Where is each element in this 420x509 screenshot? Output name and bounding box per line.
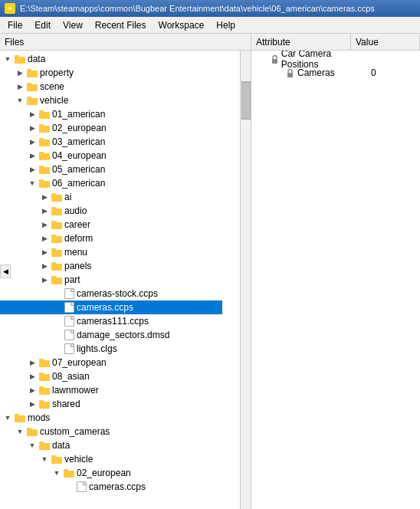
attr-row-car-camera-positions[interactable]: Car Camera Positions bbox=[251, 52, 420, 66]
tree-row-mods-vehicle[interactable]: vehicle bbox=[0, 452, 241, 466]
label-damage-sectors: damage_sectors.dmsd bbox=[77, 330, 169, 340]
scrollbar[interactable] bbox=[240, 51, 251, 509]
label-08asian: 08_asian bbox=[52, 371, 90, 382]
tree-row-career[interactable]: career bbox=[0, 218, 241, 232]
tree-row-06american[interactable]: 06_american bbox=[0, 176, 241, 190]
tree-row-08asian[interactable]: 08_asian bbox=[0, 369, 241, 383]
svg-rect-0 bbox=[272, 59, 277, 64]
tree-row-lawnmower[interactable]: lawnmower bbox=[0, 383, 241, 397]
tree-row-mods-02european[interactable]: 02_european bbox=[0, 466, 241, 480]
arrow-06american bbox=[26, 177, 38, 189]
arrow-scene bbox=[14, 80, 26, 93]
tree-row-vehicle[interactable]: vehicle bbox=[0, 94, 241, 107]
tree-row-05american[interactable]: 05_american bbox=[0, 163, 241, 176]
tree-row-deform[interactable]: deform bbox=[0, 232, 241, 245]
tree-row-cameras-stock[interactable]: cameras-stock.ccps bbox=[0, 287, 241, 300]
folder-icon-lawnmower bbox=[38, 384, 51, 396]
main-content: Files data bbox=[0, 34, 420, 509]
tree-row-cameras111[interactable]: cameras111.ccps bbox=[0, 314, 241, 328]
tree-row-part[interactable]: part bbox=[0, 273, 241, 287]
menu-workspace[interactable]: Workspace bbox=[153, 18, 211, 32]
arrow-mods-02european bbox=[51, 467, 63, 479]
tree-container[interactable]: data property bbox=[0, 51, 241, 509]
arrow-property bbox=[14, 67, 26, 79]
tree-row-03american[interactable]: 03_american bbox=[0, 135, 241, 149]
attribute-content: Car Camera Positions bbox=[251, 51, 420, 509]
folder-icon-mods bbox=[14, 412, 26, 424]
tree-row-07european[interactable]: 07_european bbox=[0, 356, 241, 369]
arrow-data bbox=[2, 53, 14, 65]
arrow-cameras-ccps bbox=[51, 301, 63, 314]
arrow-deform bbox=[38, 232, 51, 245]
arrow-cameras-stock bbox=[51, 287, 63, 300]
tree-row-property[interactable]: property bbox=[0, 66, 241, 80]
right-panel: Attribute Value Car C bbox=[251, 34, 420, 509]
tree-row-audio[interactable]: audio bbox=[0, 204, 241, 218]
menu-view[interactable]: View bbox=[57, 18, 89, 32]
tree-row-custom-cameras[interactable]: custom_cameras bbox=[0, 425, 241, 438]
tree-row-mods[interactable]: mods bbox=[0, 411, 241, 425]
app-window: ★ E:\Steam\steamapps\common\Bugbear Ente… bbox=[0, 0, 420, 509]
tree-row-data[interactable]: data bbox=[0, 52, 241, 66]
folder-icon-shared bbox=[38, 398, 51, 410]
arrow-menu bbox=[38, 246, 51, 258]
label-shared: shared bbox=[52, 399, 80, 409]
label-audio: audio bbox=[64, 205, 87, 216]
col-header-value: Value bbox=[351, 34, 420, 50]
label-01american: 01_american bbox=[52, 109, 105, 120]
label-mods-cameras: cameras.ccps bbox=[89, 481, 146, 492]
label-mods-vehicle: vehicle bbox=[64, 454, 93, 465]
tree-row-scene[interactable]: scene bbox=[0, 80, 241, 94]
lock-icon-car-camera bbox=[270, 54, 278, 64]
menu-recent-files[interactable]: Recent Files bbox=[89, 18, 153, 32]
label-06american: 06_american bbox=[52, 178, 105, 189]
arrow-ai bbox=[38, 191, 51, 203]
attr-row-cameras[interactable]: Cameras 0 bbox=[251, 66, 420, 80]
label-lights: lights.clgs bbox=[77, 343, 117, 354]
tree-row-panels[interactable]: panels bbox=[0, 259, 241, 273]
tree-row-ai[interactable]: ai bbox=[0, 190, 241, 204]
file-icon-cameras-ccps bbox=[63, 301, 75, 314]
tree-row-damage-sectors[interactable]: damage_sectors.dmsd bbox=[0, 328, 241, 342]
menu-edit[interactable]: Edit bbox=[28, 18, 57, 32]
label-07european: 07_european bbox=[52, 357, 107, 368]
label-data: data bbox=[28, 54, 45, 64]
folder-icon-career bbox=[51, 218, 63, 231]
label-menu: menu bbox=[64, 247, 87, 258]
panel-collapse-arrow[interactable]: ◀ bbox=[0, 264, 11, 278]
arrow-panels bbox=[38, 260, 51, 272]
folder-icon-03american bbox=[38, 136, 51, 148]
tree-row-lights[interactable]: lights.clgs bbox=[0, 342, 241, 356]
tree-row-01american[interactable]: 01_american bbox=[0, 107, 241, 121]
tree-row-menu[interactable]: menu bbox=[0, 245, 241, 259]
tree-row-cameras-ccps[interactable]: cameras.ccps bbox=[0, 300, 222, 314]
arrow-mods-data bbox=[26, 439, 38, 452]
tree-row-shared[interactable]: shared bbox=[0, 397, 241, 411]
file-icon-mods-cameras bbox=[75, 481, 87, 493]
folder-icon-property bbox=[26, 67, 38, 79]
folder-icon-custom-cameras bbox=[26, 425, 38, 438]
menu-help[interactable]: Help bbox=[210, 18, 241, 32]
arrow-damage-sectors bbox=[51, 329, 63, 341]
folder-icon-02european bbox=[38, 122, 51, 134]
tree-row-04european[interactable]: 04_european bbox=[0, 149, 241, 163]
folder-icon-07european bbox=[38, 356, 51, 369]
label-career: career bbox=[64, 219, 90, 230]
arrow-03american bbox=[26, 136, 38, 148]
tree-row-mods-data[interactable]: data bbox=[0, 438, 241, 452]
title-bar: ★ E:\Steam\steamapps\common\Bugbear Ente… bbox=[0, 0, 420, 17]
tree-row-mods-cameras[interactable]: cameras.ccps bbox=[0, 480, 241, 494]
folder-icon-data bbox=[14, 53, 26, 65]
scroll-thumb[interactable] bbox=[241, 81, 251, 120]
tree-row-02european[interactable]: 02_european bbox=[0, 121, 241, 135]
attribute-header: Attribute Value bbox=[251, 34, 420, 51]
arrow-07european bbox=[26, 356, 38, 369]
label-02european: 02_european bbox=[52, 123, 107, 133]
title-text: E:\Steam\steamapps\common\Bugbear Entert… bbox=[20, 4, 415, 13]
menu-file[interactable]: File bbox=[2, 18, 28, 32]
arrow-lights bbox=[51, 343, 63, 355]
arrow-mods-cameras bbox=[63, 481, 75, 493]
folder-icon-part bbox=[51, 274, 63, 286]
file-icon-cameras-stock bbox=[63, 287, 75, 300]
folder-icon-menu bbox=[51, 246, 63, 258]
